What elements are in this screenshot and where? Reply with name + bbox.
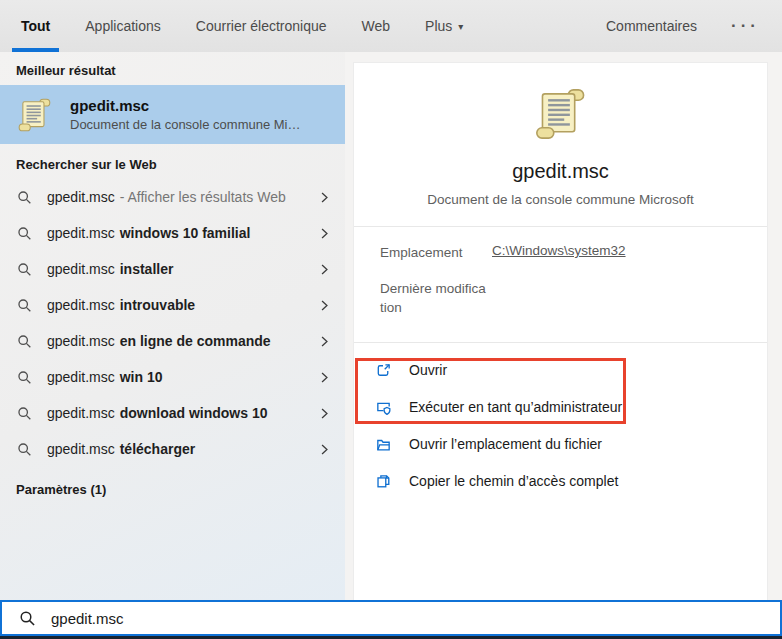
- windows-search-panel: Tout Applications Courrier électronique …: [0, 0, 782, 639]
- web-suggestion-row[interactable]: gpedit.mscinstaller: [0, 251, 345, 287]
- suggestion-query: gpedit.msc: [47, 261, 115, 277]
- tab-email[interactable]: Courrier électronique: [191, 0, 332, 52]
- copy-icon: [375, 473, 392, 490]
- suggestion-query: gpedit.msc: [47, 333, 115, 349]
- web-suggestion-row[interactable]: gpedit.mscintrouvable: [0, 287, 345, 323]
- search-icon: [17, 442, 32, 457]
- search-icon: [17, 334, 32, 349]
- best-result-header: Meilleur résultat: [0, 52, 345, 85]
- search-icon: [17, 406, 32, 421]
- action-copy-full-path[interactable]: Copier le chemin d’accès complet: [354, 463, 767, 500]
- chevron-right-icon: [318, 371, 331, 384]
- results-panel: Meilleur résultat gpedit.msc Document de…: [0, 52, 345, 600]
- action-run-as-admin[interactable]: Exécuter en tant qu’administrateur: [354, 389, 767, 426]
- web-search-header: Rechercher sur le Web: [0, 144, 345, 179]
- search-icon: [17, 190, 32, 205]
- run-as-admin-shield-icon: [375, 399, 392, 416]
- suggestion-query: gpedit.msc: [47, 369, 115, 385]
- search-icon: [17, 262, 32, 277]
- settings-header: Paramètres (1): [0, 467, 345, 504]
- suggestion-suffix: windows 10 familial: [120, 225, 251, 241]
- tab-web-label: Web: [362, 18, 391, 34]
- best-result-title: gpedit.msc: [70, 97, 301, 114]
- web-suggestion-row[interactable]: gpedit.msc- Afficher les résultats Web: [0, 179, 345, 215]
- tab-more[interactable]: Plus ▾: [420, 0, 468, 52]
- tab-more-label: Plus: [425, 18, 452, 34]
- search-icon: [17, 370, 32, 385]
- action-open[interactable]: Ouvrir: [354, 352, 767, 389]
- detail-subtitle: Document de la console commune Microsoft: [354, 192, 767, 207]
- more-options-icon[interactable]: ···: [731, 16, 760, 36]
- msc-document-icon: [16, 96, 54, 134]
- detail-card: gpedit.msc Document de la console commun…: [353, 62, 768, 600]
- suggestion-suffix: download windows 10: [120, 405, 268, 421]
- open-icon: [375, 362, 392, 379]
- tab-all[interactable]: Tout: [16, 0, 55, 52]
- action-copy-full-path-label: Copier le chemin d’accès complet: [409, 473, 618, 489]
- tab-applications[interactable]: Applications: [80, 0, 166, 52]
- detail-panel: gpedit.msc Document de la console commun…: [345, 52, 782, 600]
- tab-web[interactable]: Web: [357, 0, 396, 52]
- caret-down-icon: ▾: [458, 21, 463, 32]
- location-label: Emplacement: [380, 243, 486, 263]
- chevron-right-icon: [318, 443, 331, 456]
- chevron-right-icon: [318, 299, 331, 312]
- suggestion-query: gpedit.msc: [47, 405, 115, 421]
- suggestion-suffix: introuvable: [120, 297, 195, 313]
- suggestion-query: gpedit.msc: [47, 441, 115, 457]
- search-icon: [17, 298, 32, 313]
- best-result-item[interactable]: gpedit.msc Document de la console commun…: [0, 85, 345, 144]
- suggestion-suffix: win 10: [120, 369, 163, 385]
- tab-applications-label: Applications: [85, 18, 161, 34]
- web-suggestion-row[interactable]: gpedit.mscwindows 10 familial: [0, 215, 345, 251]
- msc-document-icon: [532, 85, 590, 143]
- suggestion-query: gpedit.msc: [47, 189, 115, 205]
- chevron-right-icon: [318, 263, 331, 276]
- location-link[interactable]: C:\Windows\system32: [492, 243, 626, 258]
- last-modified-label: Dernière modification: [380, 279, 486, 318]
- search-icon: [17, 226, 32, 241]
- web-suggestion-row[interactable]: gpedit.msctélécharger: [0, 431, 345, 467]
- best-result-subtitle: Document de la console commune Mi…: [70, 117, 301, 132]
- suggestion-suffix: - Afficher les résultats Web: [120, 189, 286, 205]
- web-suggestion-row[interactable]: gpedit.mscdownload windows 10: [0, 395, 345, 431]
- suggestion-suffix: installer: [120, 261, 174, 277]
- action-open-file-location-label: Ouvrir l’emplacement du fichier: [409, 436, 602, 452]
- search-input[interactable]: [51, 610, 651, 627]
- tab-email-label: Courrier électronique: [196, 18, 327, 34]
- web-suggestion-row[interactable]: gpedit.mscwin 10: [0, 359, 345, 395]
- chevron-right-icon: [318, 335, 331, 348]
- tab-all-label: Tout: [21, 18, 50, 34]
- chevron-right-icon: [318, 227, 331, 240]
- web-suggestion-row[interactable]: gpedit.mscen ligne de commande: [0, 323, 345, 359]
- detail-title: gpedit.msc: [354, 160, 767, 183]
- search-filter-tabbar: Tout Applications Courrier électronique …: [0, 0, 782, 52]
- suggestion-suffix: en ligne de commande: [120, 333, 271, 349]
- taskbar-search-area: [0, 600, 782, 639]
- action-open-label: Ouvrir: [409, 362, 447, 378]
- action-run-as-admin-label: Exécuter en tant qu’administrateur: [409, 399, 622, 415]
- suggestion-suffix: télécharger: [120, 441, 195, 457]
- chevron-right-icon: [318, 191, 331, 204]
- search-box[interactable]: [0, 600, 782, 636]
- suggestion-query: gpedit.msc: [47, 297, 115, 313]
- suggestion-query: gpedit.msc: [47, 225, 115, 241]
- search-icon: [19, 610, 36, 627]
- action-open-file-location[interactable]: Ouvrir l’emplacement du fichier: [354, 426, 767, 463]
- chevron-right-icon: [318, 407, 331, 420]
- feedback-button[interactable]: Commentaires: [606, 18, 697, 34]
- folder-icon: [375, 436, 392, 453]
